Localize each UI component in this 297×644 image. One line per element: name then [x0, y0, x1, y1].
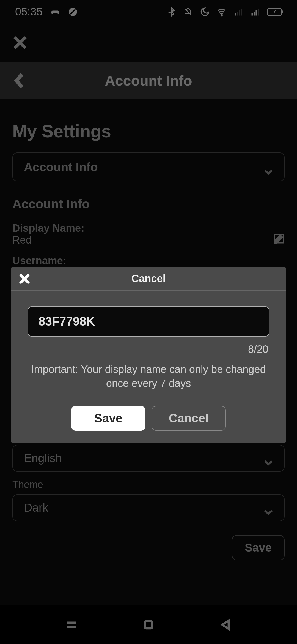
display-name-input[interactable] — [28, 306, 270, 337]
edit-display-name-icon[interactable] — [273, 233, 285, 244]
modal-cancel-button[interactable]: Cancel — [152, 406, 226, 431]
bell-off-icon — [183, 7, 193, 17]
status-bar: 05:35 7 — [0, 0, 297, 23]
theme-dropdown[interactable]: Dark — [12, 494, 285, 521]
game-controller-icon — [50, 7, 60, 17]
svg-rect-9 — [254, 12, 255, 16]
signal-icon — [250, 7, 260, 17]
save-button[interactable]: Save — [232, 535, 285, 560]
modal-save-button[interactable]: Save — [71, 406, 145, 431]
chevron-down-icon — [264, 164, 273, 170]
svg-rect-8 — [252, 13, 253, 16]
sub-header: Account Info — [0, 62, 297, 99]
display-name-value: Red — [12, 234, 84, 246]
svg-marker-27 — [222, 621, 229, 629]
chevron-down-icon — [264, 505, 273, 511]
svg-rect-4 — [235, 13, 236, 16]
status-time: 05:35 — [15, 6, 43, 18]
bluetooth-icon — [166, 7, 176, 17]
page-header-title: Account Info — [0, 72, 297, 89]
recent-apps-icon[interactable] — [65, 618, 78, 631]
theme-value: Dark — [24, 501, 48, 514]
char-counter: 8/20 — [28, 343, 270, 355]
svg-rect-11 — [258, 9, 259, 16]
svg-rect-26 — [145, 621, 152, 629]
page-title: My Settings — [12, 121, 285, 141]
moon-icon — [200, 7, 210, 17]
display-name-label: Display Name: — [12, 222, 84, 234]
chevron-down-icon — [264, 455, 273, 461]
svg-rect-10 — [256, 10, 257, 16]
app-bar — [0, 23, 297, 62]
circle-slash-icon — [68, 7, 78, 17]
language-dropdown[interactable]: English — [12, 445, 285, 472]
signal-weak-icon — [233, 7, 243, 17]
section-title: Account Info — [12, 197, 285, 211]
wifi-icon — [217, 7, 227, 17]
section-selector[interactable]: Account Info — [12, 152, 285, 181]
svg-rect-7 — [241, 9, 242, 16]
modal-hint: Important: Your display name can only be… — [28, 362, 270, 391]
android-nav-bar — [0, 605, 297, 644]
edit-display-name-modal: Cancel 8/20 Important: Your display name… — [11, 267, 286, 443]
home-icon[interactable] — [142, 618, 155, 631]
theme-label: Theme — [12, 479, 285, 490]
close-icon[interactable] — [12, 35, 28, 50]
svg-rect-6 — [239, 10, 240, 16]
svg-rect-5 — [237, 12, 238, 16]
language-value: English — [24, 452, 62, 465]
modal-title: Cancel — [11, 273, 286, 285]
svg-point-3 — [221, 14, 222, 16]
back-icon[interactable] — [219, 618, 232, 631]
section-selector-value: Account Info — [24, 160, 98, 174]
username-label: Username: — [12, 255, 78, 267]
battery-icon: 7 — [267, 8, 282, 16]
